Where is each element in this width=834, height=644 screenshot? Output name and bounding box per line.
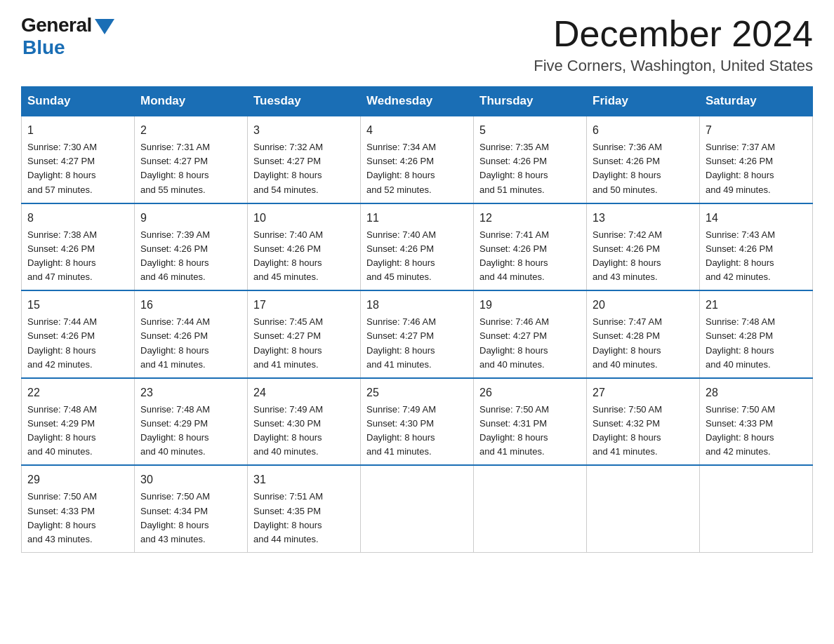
calendar-cell: 5Sunrise: 7:35 AMSunset: 4:26 PMDaylight… [474,116,587,203]
title-area: December 2024 Five Corners, Washington, … [534,14,813,75]
day-info: Sunrise: 7:35 AMSunset: 4:26 PMDaylight:… [479,140,581,197]
logo-blue-text: Blue [22,36,65,59]
day-info: Sunrise: 7:44 AMSunset: 4:26 PMDaylight:… [27,315,128,372]
calendar-cell: 12Sunrise: 7:41 AMSunset: 4:26 PMDayligh… [474,203,587,291]
day-info: Sunrise: 7:49 AMSunset: 4:30 PMDaylight:… [253,403,355,459]
day-number: 4 [366,122,468,139]
col-header-wednesday: Wednesday [361,87,474,116]
month-title: December 2024 [534,14,813,54]
col-header-thursday: Thursday [474,87,587,116]
day-number: 1 [27,122,128,139]
day-info: Sunrise: 7:32 AMSunset: 4:27 PMDaylight:… [253,140,355,197]
calendar-cell: 6Sunrise: 7:36 AMSunset: 4:26 PMDaylight… [587,116,700,203]
day-info: Sunrise: 7:41 AMSunset: 4:26 PMDaylight:… [479,228,581,285]
logo: General Blue [21,14,114,59]
calendar-cell: 14Sunrise: 7:43 AMSunset: 4:26 PMDayligh… [700,203,813,291]
calendar-cell: 31Sunrise: 7:51 AMSunset: 4:35 PMDayligh… [248,465,361,552]
calendar-cell: 7Sunrise: 7:37 AMSunset: 4:26 PMDaylight… [700,116,813,203]
day-info: Sunrise: 7:50 AMSunset: 4:33 PMDaylight:… [706,403,807,459]
day-info: Sunrise: 7:39 AMSunset: 4:26 PMDaylight:… [140,228,241,285]
day-info: Sunrise: 7:48 AMSunset: 4:28 PMDaylight:… [706,315,807,372]
calendar-cell: 24Sunrise: 7:49 AMSunset: 4:30 PMDayligh… [248,378,361,466]
day-number: 20 [593,297,694,314]
day-number: 27 [593,384,694,401]
day-number: 30 [140,471,241,488]
calendar-cell [474,465,587,552]
calendar-cell: 4Sunrise: 7:34 AMSunset: 4:26 PMDaylight… [361,116,474,203]
location-subtitle: Five Corners, Washington, United States [534,57,813,75]
day-number: 29 [27,471,128,488]
week-row-2: 8Sunrise: 7:38 AMSunset: 4:26 PMDaylight… [22,203,813,291]
day-info: Sunrise: 7:40 AMSunset: 4:26 PMDaylight:… [366,228,468,285]
day-number: 5 [479,122,581,139]
calendar-cell: 20Sunrise: 7:47 AMSunset: 4:28 PMDayligh… [587,290,700,378]
calendar-cell: 9Sunrise: 7:39 AMSunset: 4:26 PMDaylight… [135,203,248,291]
day-number: 24 [253,384,355,401]
calendar-cell: 26Sunrise: 7:50 AMSunset: 4:31 PMDayligh… [474,378,587,466]
day-number: 21 [706,297,807,314]
day-number: 19 [479,297,581,314]
day-info: Sunrise: 7:50 AMSunset: 4:31 PMDaylight:… [479,403,581,459]
day-number: 11 [366,210,468,227]
week-row-3: 15Sunrise: 7:44 AMSunset: 4:26 PMDayligh… [22,290,813,378]
calendar-cell: 23Sunrise: 7:48 AMSunset: 4:29 PMDayligh… [135,378,248,466]
col-header-tuesday: Tuesday [248,87,361,116]
day-number: 7 [706,122,807,139]
day-info: Sunrise: 7:46 AMSunset: 4:27 PMDaylight:… [366,315,468,372]
day-number: 22 [27,384,128,401]
day-info: Sunrise: 7:50 AMSunset: 4:34 PMDaylight:… [140,490,241,546]
day-number: 9 [140,210,241,227]
week-row-5: 29Sunrise: 7:50 AMSunset: 4:33 PMDayligh… [22,465,813,552]
calendar-cell: 30Sunrise: 7:50 AMSunset: 4:34 PMDayligh… [135,465,248,552]
day-info: Sunrise: 7:51 AMSunset: 4:35 PMDaylight:… [253,490,355,546]
calendar-cell: 25Sunrise: 7:49 AMSunset: 4:30 PMDayligh… [361,378,474,466]
day-number: 23 [140,384,241,401]
logo-triangle-icon [95,19,114,34]
day-info: Sunrise: 7:49 AMSunset: 4:30 PMDaylight:… [366,403,468,459]
day-number: 25 [366,384,468,401]
calendar-cell [700,465,813,552]
calendar-cell: 2Sunrise: 7:31 AMSunset: 4:27 PMDaylight… [135,116,248,203]
col-header-monday: Monday [135,87,248,116]
calendar-cell: 22Sunrise: 7:48 AMSunset: 4:29 PMDayligh… [22,378,135,466]
day-info: Sunrise: 7:37 AMSunset: 4:26 PMDaylight:… [706,140,807,197]
day-number: 3 [253,122,355,139]
day-number: 6 [593,122,694,139]
col-header-friday: Friday [587,87,700,116]
day-info: Sunrise: 7:50 AMSunset: 4:32 PMDaylight:… [593,403,694,459]
day-number: 26 [479,384,581,401]
day-number: 8 [27,210,128,227]
calendar-cell [587,465,700,552]
day-info: Sunrise: 7:42 AMSunset: 4:26 PMDaylight:… [593,228,694,285]
day-info: Sunrise: 7:30 AMSunset: 4:27 PMDaylight:… [27,140,128,197]
day-number: 28 [706,384,807,401]
col-header-saturday: Saturday [700,87,813,116]
calendar-cell: 1Sunrise: 7:30 AMSunset: 4:27 PMDaylight… [22,116,135,203]
day-number: 31 [253,471,355,488]
day-info: Sunrise: 7:40 AMSunset: 4:26 PMDaylight:… [253,228,355,285]
calendar-cell: 29Sunrise: 7:50 AMSunset: 4:33 PMDayligh… [22,465,135,552]
day-info: Sunrise: 7:45 AMSunset: 4:27 PMDaylight:… [253,315,355,372]
day-info: Sunrise: 7:36 AMSunset: 4:26 PMDaylight:… [593,140,694,197]
calendar-cell: 3Sunrise: 7:32 AMSunset: 4:27 PMDaylight… [248,116,361,203]
day-info: Sunrise: 7:47 AMSunset: 4:28 PMDaylight:… [593,315,694,372]
day-info: Sunrise: 7:44 AMSunset: 4:26 PMDaylight:… [140,315,241,372]
day-info: Sunrise: 7:46 AMSunset: 4:27 PMDaylight:… [479,315,581,372]
week-row-4: 22Sunrise: 7:48 AMSunset: 4:29 PMDayligh… [22,378,813,466]
calendar-cell: 28Sunrise: 7:50 AMSunset: 4:33 PMDayligh… [700,378,813,466]
calendar-header-row: SundayMondayTuesdayWednesdayThursdayFrid… [22,87,813,116]
calendar-table: SundayMondayTuesdayWednesdayThursdayFrid… [21,86,813,553]
calendar-cell: 11Sunrise: 7:40 AMSunset: 4:26 PMDayligh… [361,203,474,291]
day-number: 14 [706,210,807,227]
day-info: Sunrise: 7:38 AMSunset: 4:26 PMDaylight:… [27,228,128,285]
day-info: Sunrise: 7:31 AMSunset: 4:27 PMDaylight:… [140,140,241,197]
page-header: General Blue December 2024 Five Corners,… [21,14,813,75]
day-number: 16 [140,297,241,314]
day-info: Sunrise: 7:43 AMSunset: 4:26 PMDaylight:… [706,228,807,285]
calendar-cell: 8Sunrise: 7:38 AMSunset: 4:26 PMDaylight… [22,203,135,291]
calendar-cell: 18Sunrise: 7:46 AMSunset: 4:27 PMDayligh… [361,290,474,378]
day-number: 18 [366,297,468,314]
day-info: Sunrise: 7:48 AMSunset: 4:29 PMDaylight:… [140,403,241,459]
day-number: 13 [593,210,694,227]
day-number: 12 [479,210,581,227]
